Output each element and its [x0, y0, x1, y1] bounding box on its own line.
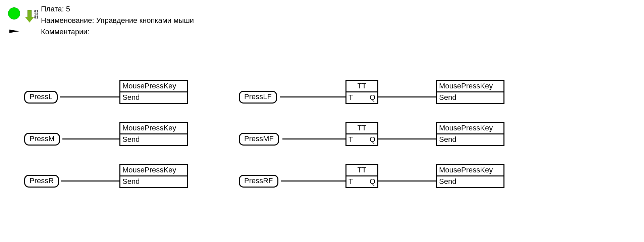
tt-in: T	[348, 135, 353, 144]
tt-in: T	[348, 93, 353, 102]
tt-out: Q	[370, 93, 375, 102]
wire	[378, 180, 436, 182]
block-port: Send	[437, 92, 503, 103]
block-tt-mf[interactable]: TT T Q	[345, 122, 378, 146]
play-icon	[9, 30, 19, 33]
tag-press-m[interactable]: PressM	[24, 133, 60, 146]
block-mpk-m[interactable]: MousePressKey Send	[119, 122, 188, 146]
tag-label: PressR	[30, 176, 54, 185]
block-title: MousePressKey	[120, 123, 187, 134]
block-mpk-r[interactable]: MousePressKey Send	[119, 164, 188, 188]
block-port: Send	[120, 176, 187, 187]
block-port: Send	[437, 134, 503, 145]
comments-label: Комментарии:	[41, 28, 90, 36]
wire	[61, 180, 119, 182]
block-tt-rf[interactable]: TT T Q	[345, 164, 378, 188]
name-label: Наименование:	[41, 16, 94, 25]
board-label: Плата:	[41, 5, 64, 13]
block-mpk-lf[interactable]: MousePressKey Send	[436, 80, 504, 104]
wire	[62, 138, 119, 139]
header-board-line: Плата: 5	[41, 5, 70, 13]
tag-press-r[interactable]: PressR	[24, 175, 59, 188]
tag-press-lf[interactable]: PressLF	[239, 91, 277, 104]
tt-title: TT	[346, 123, 377, 134]
tt-in: T	[348, 177, 353, 186]
status-indicator	[8, 7, 20, 19]
block-port: Send	[120, 92, 187, 103]
tag-label: PressRF	[244, 176, 273, 185]
header-name-line: Наименование: Управдение кнопками мыши	[41, 16, 194, 25]
tt-title: TT	[346, 165, 377, 176]
tag-press-mf[interactable]: PressMF	[239, 133, 279, 146]
header-comments-line: Комментарии:	[41, 28, 90, 36]
block-port: Send	[437, 176, 503, 187]
block-mpk-rf[interactable]: MousePressKey Send	[436, 164, 504, 188]
wire	[282, 138, 345, 139]
tag-press-rf[interactable]: PressRF	[239, 175, 278, 188]
binary-icon: 01 10 01	[34, 10, 39, 19]
block-port: Send	[120, 134, 187, 145]
block-mpk-l[interactable]: MousePressKey Send	[119, 80, 188, 104]
tag-press-l[interactable]: PressL	[24, 91, 58, 104]
wire	[378, 138, 436, 139]
board-value: 5	[66, 5, 70, 13]
block-title: MousePressKey	[437, 81, 503, 92]
bits-row: 01	[34, 16, 39, 19]
wire	[281, 180, 345, 182]
name-value: Управдение кнопками мыши	[96, 16, 194, 25]
tt-out: Q	[370, 177, 375, 186]
wire	[60, 96, 119, 97]
download-icon	[25, 10, 34, 23]
wire	[280, 96, 345, 97]
tag-label: PressM	[30, 134, 55, 143]
block-title: MousePressKey	[437, 123, 503, 134]
block-mpk-mf[interactable]: MousePressKey Send	[436, 122, 504, 146]
block-tt-lf[interactable]: TT T Q	[345, 80, 378, 104]
tt-out: Q	[370, 135, 375, 144]
block-title: MousePressKey	[120, 165, 187, 176]
tag-label: PressLF	[244, 92, 272, 101]
wire	[378, 96, 436, 97]
tag-label: PressMF	[244, 134, 274, 143]
tag-label: PressL	[30, 92, 52, 101]
block-title: MousePressKey	[437, 165, 503, 176]
tt-title: TT	[346, 81, 377, 92]
block-title: MousePressKey	[120, 81, 187, 92]
